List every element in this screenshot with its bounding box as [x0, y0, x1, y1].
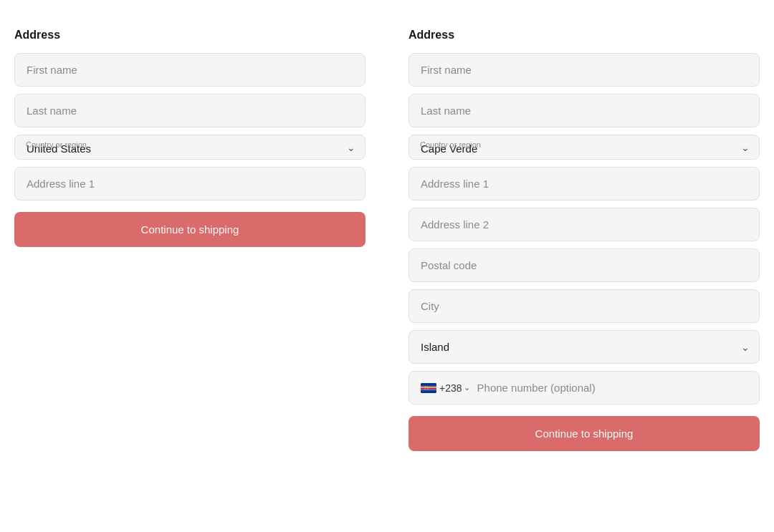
right-country-select[interactable]: Cape Verde United States Canada	[408, 135, 760, 160]
page-container: Address Country or region United States …	[14, 29, 760, 458]
left-country-group: Country or region United States Canada U…	[14, 135, 366, 160]
right-first-name-group	[408, 53, 760, 87]
left-address-line1-group	[14, 167, 366, 200]
left-last-name-input[interactable]	[14, 94, 366, 127]
left-country-wrapper: Country or region United States Canada U…	[14, 135, 366, 160]
right-continue-group: Continue to shipping	[408, 412, 760, 451]
right-address-line2-group	[408, 208, 760, 241]
right-address-line1-input[interactable]	[408, 167, 760, 200]
right-city-input[interactable]	[408, 289, 760, 323]
svg-rect-7	[421, 390, 436, 390]
left-form-panel: Address Country or region United States …	[14, 29, 366, 458]
left-form-title: Address	[14, 29, 366, 42]
left-country-select[interactable]: United States Canada United Kingdom	[14, 135, 366, 160]
right-island-select[interactable]: Island Santiago São Vicente Santo Antão …	[408, 330, 760, 364]
cape-verde-flag-icon	[421, 383, 436, 393]
right-country-wrapper: Country or region Cape Verde United Stat…	[408, 135, 760, 160]
left-first-name-input[interactable]	[14, 53, 366, 87]
svg-rect-6	[421, 386, 436, 387]
right-postal-code-input[interactable]	[408, 248, 760, 282]
left-continue-button[interactable]: Continue to shipping	[14, 212, 366, 247]
right-country-group: Country or region Cape Verde United Stat…	[408, 135, 760, 160]
svg-rect-3	[421, 383, 436, 385]
right-continue-button[interactable]: Continue to shipping	[408, 416, 760, 451]
right-form-panel: Address Country or region Cape Verde Uni…	[408, 29, 760, 458]
right-postal-code-group	[408, 248, 760, 282]
right-phone-row: +238 ⌄	[408, 371, 760, 405]
left-continue-group: Continue to shipping	[14, 208, 366, 247]
right-form-title: Address	[408, 29, 760, 42]
right-phone-input[interactable]	[477, 372, 747, 404]
svg-rect-4	[421, 391, 436, 393]
right-island-group: Island Santiago São Vicente Santo Antão …	[408, 330, 760, 364]
svg-rect-5	[421, 387, 436, 388]
svg-rect-1	[421, 386, 436, 387]
phone-country-code: +238	[439, 382, 462, 394]
left-first-name-group	[14, 53, 366, 87]
right-phone-group: +238 ⌄	[408, 371, 760, 405]
right-address-line1-group	[408, 167, 760, 200]
right-last-name-group	[408, 94, 760, 127]
left-last-name-group	[14, 94, 366, 127]
left-address-line1-input[interactable]	[14, 167, 366, 200]
right-city-group	[408, 289, 760, 323]
right-island-wrapper: Island Santiago São Vicente Santo Antão …	[408, 330, 760, 364]
right-last-name-input[interactable]	[408, 94, 760, 127]
right-address-line2-input[interactable]	[408, 208, 760, 241]
svg-rect-2	[421, 388, 436, 390]
phone-code-chevron-icon[interactable]: ⌄	[464, 383, 470, 392]
right-first-name-input[interactable]	[408, 53, 760, 87]
